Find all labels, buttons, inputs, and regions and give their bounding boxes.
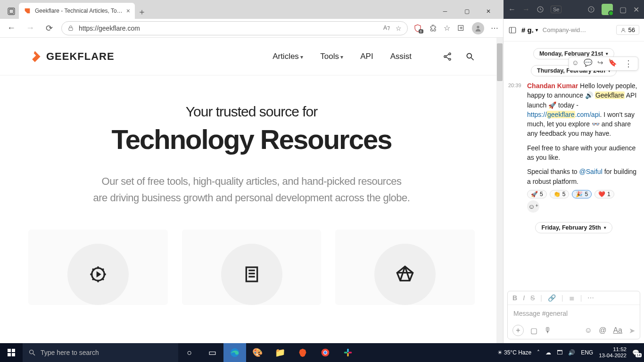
svg-rect-38 — [347, 353, 348, 357]
tracking-shield-icon[interactable] — [413, 24, 422, 33]
audio-button[interactable]: 🎙 — [544, 326, 552, 335]
collections-icon[interactable] — [457, 24, 465, 33]
channel-name-button[interactable]: # g. ▾ — [521, 26, 538, 34]
reaction-heart[interactable]: ❤️1 — [594, 190, 614, 198]
strike-button[interactable]: S — [530, 294, 535, 302]
nav-articles[interactable]: Articles — [272, 52, 303, 61]
hero-title: Technology Resources — [19, 123, 484, 155]
history-back-icon[interactable]: ← — [508, 5, 516, 14]
nav-tools[interactable]: Tools — [320, 52, 343, 61]
card-resources[interactable] — [335, 230, 475, 305]
start-button[interactable] — [0, 343, 23, 362]
explorer-icon[interactable]: 📁 — [269, 343, 291, 362]
new-tab-button[interactable]: ＋ — [135, 5, 149, 19]
svg-line-31 — [33, 354, 35, 355]
nav-assist[interactable]: Assist — [390, 52, 412, 61]
italic-button[interactable]: I — [523, 294, 525, 302]
date-divider-3[interactable]: Friday, February 25th ▾ — [535, 222, 612, 233]
message-link[interactable]: https://geekflare.com/api — [527, 111, 600, 118]
mention-link[interactable]: @Saiful — [579, 168, 603, 175]
minimize-button[interactable]: ─ — [434, 4, 456, 19]
members-button[interactable]: 56 — [616, 25, 639, 35]
slack-icon[interactable] — [337, 343, 359, 362]
site-logo[interactable]: GEEKFLARE — [28, 50, 115, 63]
list-button[interactable]: ≣ — [569, 294, 575, 302]
browser-toolbar: ← → ⟳ https://geekflare.com A⁊ ☆ — [0, 19, 503, 38]
message-composer: B I S | 🔗 | ≣ | ⋯ Message #general + ▢ 🎙… — [507, 291, 640, 339]
reaction-clap[interactable]: 👏5 — [550, 190, 570, 198]
maximize-button[interactable]: ▢ — [456, 4, 478, 19]
battery-icon[interactable]: 🗔 — [557, 349, 562, 356]
onedrive-icon[interactable]: ☁ — [545, 349, 551, 356]
favorites-icon[interactable]: ☆ — [444, 24, 450, 33]
scrollbar-thumb[interactable] — [497, 43, 503, 81]
reaction-rocket[interactable]: 🚀5 — [527, 190, 547, 198]
react-icon[interactable]: ☺ — [572, 58, 579, 69]
bold-button[interactable]: B — [512, 294, 517, 302]
chat-close-icon[interactable]: ✕ — [633, 5, 639, 14]
video-button[interactable]: ▢ — [530, 326, 537, 335]
forward-button[interactable]: → — [24, 22, 37, 35]
link-button[interactable]: 🔗 — [548, 294, 556, 302]
brave-icon[interactable] — [291, 343, 314, 362]
taskbar-search[interactable]: Type here to search — [23, 343, 178, 362]
textstyle-button[interactable]: Aa — [613, 326, 622, 335]
compose-input[interactable]: Message #general — [508, 305, 640, 322]
clock[interactable]: 11:52 13-04-2022 — [599, 346, 627, 358]
tray-chevron-icon[interactable]: ˄ — [537, 349, 540, 356]
svg-rect-27 — [12, 349, 15, 352]
chrome-icon[interactable] — [314, 343, 337, 362]
thread-icon[interactable]: 💬 — [584, 58, 593, 69]
paint-icon[interactable]: 🎨 — [246, 343, 269, 362]
address-bar[interactable]: https://geekflare.com A⁊ ☆ — [61, 21, 408, 35]
share-msg-icon[interactable]: ↪ — [597, 58, 603, 69]
browser-tab[interactable]: Geekflare - Technical Articles, To… × — [19, 3, 135, 19]
more-actions-button[interactable]: ⋮ — [622, 58, 635, 69]
close-tab-icon[interactable]: × — [126, 7, 130, 15]
taskview-icon[interactable]: ○ — [178, 343, 201, 362]
card-articles[interactable] — [182, 230, 322, 305]
chat-maximize-icon[interactable]: ▢ — [619, 5, 627, 14]
channel-topic[interactable]: Company-wid… — [543, 26, 611, 33]
share-icon[interactable] — [443, 52, 452, 61]
user-avatar[interactable] — [602, 4, 613, 15]
reaction-tada[interactable]: 🎉5 — [572, 190, 592, 198]
search-shortcut[interactable]: Se — [551, 6, 561, 13]
help-icon[interactable]: ? — [587, 6, 595, 13]
hero-subtitle: Your trusted source for — [19, 104, 484, 120]
svg-rect-1 — [9, 9, 14, 14]
weather-widget[interactable]: ☀ 35°C Haze — [497, 349, 532, 356]
card-tools[interactable] — [28, 230, 168, 305]
edge-icon[interactable] — [223, 343, 246, 362]
notifications-icon[interactable]: 💬 — [632, 349, 639, 356]
refresh-button[interactable]: ⟳ — [42, 22, 56, 35]
search-icon[interactable] — [465, 52, 475, 61]
nav-api[interactable]: API — [360, 52, 373, 61]
history-icon[interactable] — [537, 6, 544, 13]
back-button[interactable]: ← — [5, 22, 18, 35]
sidebar-toggle-icon[interactable] — [508, 26, 517, 34]
channel-header: # g. ▾ Company-wid… 56 — [504, 19, 644, 41]
window-close-button[interactable]: ✕ — [478, 4, 499, 19]
reader-icon[interactable]: A⁊ — [383, 25, 390, 32]
emoji-button[interactable]: ☺ — [585, 326, 592, 335]
history-fwd-icon[interactable]: → — [522, 5, 530, 14]
send-button[interactable]: ➤ — [629, 326, 635, 335]
mention-button[interactable]: @ — [599, 326, 606, 335]
page-scrollbar[interactable] — [496, 38, 503, 343]
volume-icon[interactable]: 🔊 — [568, 349, 575, 356]
language-indicator[interactable]: ENG — [581, 349, 593, 356]
logo-text: GEEKFLARE — [46, 50, 115, 63]
message-sender[interactable]: Chandan Kumar — [527, 82, 578, 90]
profile-avatar[interactable] — [472, 22, 484, 34]
attach-button[interactable]: + — [512, 325, 524, 336]
add-reaction-button[interactable]: ☺⁺ — [527, 200, 539, 213]
extensions-icon[interactable] — [429, 24, 437, 33]
menu-button[interactable]: ⋯ — [491, 24, 498, 33]
tab-overview-button[interactable] — [4, 4, 19, 19]
bookmark-icon[interactable]: 🔖 — [608, 58, 617, 69]
message-hover-actions: ☺ 💬 ↪ 🔖 ⋮ — [569, 57, 638, 71]
favorite-icon[interactable]: ☆ — [396, 25, 402, 32]
widgets-icon[interactable]: ▭ — [201, 343, 223, 362]
more-format-button[interactable]: ⋯ — [587, 294, 594, 302]
